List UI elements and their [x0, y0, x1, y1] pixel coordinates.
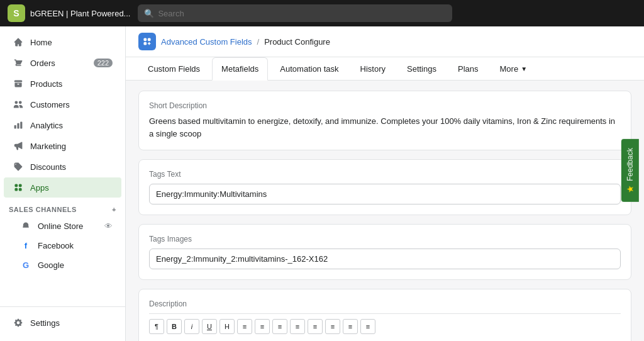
analytics-icon: [13, 120, 24, 131]
sidebar-item-apps[interactable]: Apps: [4, 177, 121, 198]
chevron-down-icon: ▼: [521, 65, 527, 72]
short-description-value: Greens based multivitamin to energize, d…: [149, 115, 621, 140]
sidebar-item-products[interactable]: Products: [4, 74, 121, 94]
add-sales-channel-icon[interactable]: +: [112, 206, 116, 213]
google-label: Google: [38, 260, 64, 270]
search-input[interactable]: [158, 9, 446, 18]
tags-text-card: Tags Text: [138, 159, 631, 215]
online-store-label: Online Store: [38, 221, 83, 231]
toolbar-underline-btn[interactable]: U: [202, 319, 217, 334]
online-store-icon: [20, 220, 31, 232]
sidebar-item-analytics[interactable]: Analytics: [4, 115, 121, 135]
sidebar-item-google[interactable]: G Google: [4, 255, 121, 274]
tags-images-card: Tags Images: [138, 224, 631, 280]
google-icon: G: [20, 259, 31, 271]
sidebar-item-customers-label: Customers: [30, 100, 70, 109]
sales-channels-section: SALES CHANNELS +: [0, 198, 125, 216]
sidebar-item-home-label: Home: [30, 38, 52, 47]
sidebar-item-apps-label: Apps: [30, 183, 49, 193]
toolbar-align-justify-btn[interactable]: ≡: [290, 319, 305, 334]
content-area: Short Description Greens based multivita…: [126, 81, 644, 341]
sidebar-item-analytics-label: Analytics: [30, 121, 63, 130]
main-content: Advanced Custom Fields / Product Configu…: [126, 26, 644, 341]
sidebar-item-marketing[interactable]: Marketing: [4, 136, 121, 156]
sidebar-item-discounts[interactable]: Discounts: [4, 157, 121, 177]
tab-more[interactable]: More ▼: [491, 57, 537, 81]
toolbar-align-center-btn[interactable]: ≡: [255, 319, 270, 334]
tags-images-input[interactable]: [149, 249, 621, 269]
tags-images-label: Tags Images: [149, 235, 621, 243]
toolbar-italic-btn[interactable]: i: [184, 319, 199, 334]
sidebar-item-orders-label: Orders: [30, 59, 55, 68]
apps-icon: [13, 182, 24, 193]
tab-history[interactable]: History: [351, 57, 395, 81]
topbar: S bGREEN | Plant Powered... 🔍: [0, 0, 644, 26]
tags-text-input[interactable]: [149, 184, 621, 204]
tab-automation-task[interactable]: Automation task: [270, 57, 348, 81]
discounts-icon: [13, 161, 24, 172]
sidebar-item-orders[interactable]: Orders 222: [4, 53, 121, 73]
tags-text-label: Tags Text: [149, 170, 621, 179]
tab-plans[interactable]: Plans: [448, 57, 488, 81]
sidebar-settings: Settings: [0, 306, 125, 341]
description-toolbar: ¶ B i U H ≡ ≡ ≡ ≡ ≡ ≡ ≡ ≡: [149, 313, 621, 338]
home-icon: [13, 36, 24, 48]
facebook-icon: f: [20, 240, 31, 251]
tabs-bar: Custom Fields Metafields Automation task…: [126, 57, 644, 81]
facebook-label: Facebook: [38, 241, 74, 250]
short-description-card: Short Description Greens based multivita…: [138, 91, 631, 150]
sidebar-item-settings[interactable]: Settings: [4, 313, 121, 333]
eye-icon[interactable]: 👁: [104, 221, 113, 231]
sidebar-item-home[interactable]: Home: [4, 32, 121, 52]
toolbar-ordered-list-btn[interactable]: ≡: [325, 319, 340, 334]
description-card: Description ¶ B i U H ≡ ≡ ≡ ≡ ≡ ≡ ≡ ≡: [138, 289, 631, 341]
breadcrumb-separator: /: [257, 37, 260, 47]
toolbar-outdent-btn[interactable]: ≡: [360, 319, 375, 334]
breadcrumb-parent[interactable]: Advanced Custom Fields: [161, 37, 252, 47]
search-icon: 🔍: [144, 9, 154, 18]
sidebar-item-discounts-label: Discounts: [30, 162, 66, 172]
short-description-label: Short Description: [149, 101, 621, 110]
toolbar-heading-btn[interactable]: H: [219, 319, 235, 334]
breadcrumb-current: Product Configure: [264, 37, 330, 47]
description-label: Description: [149, 299, 621, 308]
tab-settings[interactable]: Settings: [397, 57, 446, 81]
sales-channels-title: SALES CHANNELS: [9, 206, 77, 213]
sidebar-item-marketing-label: Marketing: [30, 142, 66, 151]
settings-icon: [13, 317, 24, 328]
shopify-icon: S: [8, 4, 25, 22]
app-icon: [138, 33, 156, 50]
search-bar[interactable]: 🔍: [138, 4, 452, 22]
sidebar-nav: Home Orders 222 Products Customers: [0, 26, 125, 306]
toolbar-list-btn[interactable]: ≡: [308, 319, 323, 334]
orders-badge: 222: [94, 59, 113, 67]
orders-icon: [13, 57, 24, 69]
store-name: bGREEN | Plant Powered...: [30, 9, 130, 18]
sidebar-item-products-label: Products: [30, 79, 62, 89]
tab-metafields[interactable]: Metafields: [212, 57, 268, 81]
sidebar-item-online-store[interactable]: Online Store 👁: [4, 216, 121, 235]
settings-label: Settings: [30, 318, 60, 328]
feedback-label: Feedback: [626, 148, 635, 181]
products-icon: [13, 78, 24, 89]
marketing-icon: [13, 140, 24, 152]
breadcrumb-bar: Advanced Custom Fields / Product Configu…: [126, 26, 644, 57]
store-logo-area: S bGREEN | Plant Powered...: [8, 4, 130, 22]
toolbar-indent-btn[interactable]: ≡: [343, 319, 358, 334]
feedback-star-icon: ★: [625, 185, 635, 193]
sidebar-item-customers[interactable]: Customers: [4, 94, 121, 115]
sidebar-item-facebook[interactable]: f Facebook: [4, 236, 121, 255]
toolbar-align-right-btn[interactable]: ≡: [272, 319, 287, 334]
customers-icon: [13, 99, 24, 110]
feedback-button[interactable]: ★ Feedback: [621, 139, 639, 202]
toolbar-paragraph-btn[interactable]: ¶: [149, 319, 164, 334]
tab-custom-fields[interactable]: Custom Fields: [138, 57, 209, 81]
toolbar-bold-btn[interactable]: B: [167, 319, 182, 334]
sidebar: Home Orders 222 Products Customers: [0, 26, 126, 341]
toolbar-align-left-btn[interactable]: ≡: [237, 319, 252, 334]
